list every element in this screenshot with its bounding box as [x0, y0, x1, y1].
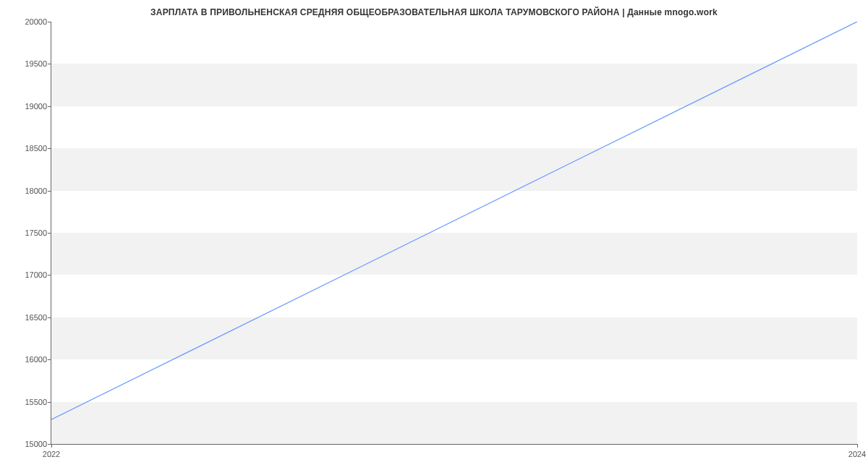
chart-title: ЗАРПЛАТА В ПРИВОЛЬНЕНСКАЯ СРЕДНЯЯ ОБЩЕОБ… [0, 0, 868, 17]
y-tick-label: 15000 [25, 440, 47, 448]
x-tick-label: 2022 [43, 450, 60, 458]
y-tick-label: 19500 [25, 59, 47, 68]
y-tick-mark [48, 233, 51, 234]
y-tick-mark [48, 275, 51, 275]
y-tick-mark [48, 22, 51, 22]
y-tick-label: 17000 [25, 270, 47, 279]
y-tick-label: 16500 [25, 313, 47, 322]
y-tick-label: 18500 [25, 144, 47, 153]
y-tick-label: 19000 [25, 102, 47, 111]
y-tick-mark [48, 359, 51, 360]
plot-bounds: 1500015500160001650017000175001800018500… [51, 22, 857, 445]
y-tick-label: 17500 [25, 228, 47, 237]
y-tick-mark [48, 317, 51, 318]
chart-plot-area: 1500015500160001650017000175001800018500… [51, 22, 857, 445]
line-series [51, 22, 857, 444]
x-tick-label: 2024 [848, 450, 866, 458]
y-tick-label: 15500 [25, 398, 47, 406]
y-tick-mark [48, 64, 51, 64]
x-tick-mark [51, 444, 52, 448]
y-tick-label: 18000 [25, 187, 47, 195]
y-tick-mark [48, 106, 51, 107]
y-tick-label: 20000 [25, 17, 47, 26]
y-tick-mark [48, 402, 51, 403]
x-tick-mark [857, 444, 858, 448]
y-tick-mark [48, 148, 51, 149]
y-tick-mark [48, 191, 51, 192]
y-tick-label: 16000 [25, 355, 47, 364]
